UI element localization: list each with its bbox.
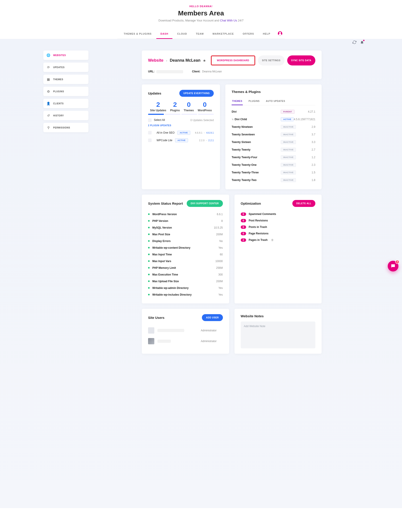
system-status-card: System Status Report DIVI SUPPORT CENTER…: [142, 195, 229, 304]
site-users-title: Site Users: [148, 316, 164, 320]
wordpress-dashboard-button[interactable]: WORDPRESS DASHBOARD: [213, 57, 253, 64]
status-badge: PARENT: [281, 110, 294, 114]
nav-dash[interactable]: DASH: [156, 29, 172, 39]
status-badge: ACTIVE: [175, 138, 188, 142]
status-dot-icon: [148, 240, 150, 242]
add-user-button[interactable]: ADD USER: [202, 314, 223, 321]
status-value: 300: [218, 273, 223, 276]
count-badge: 0: [241, 225, 246, 229]
themes-plugins-card: Themes & Plugins THEMES PLUGINS AUTO UPD…: [225, 84, 322, 189]
chat-link[interactable]: Chat With Us: [220, 19, 237, 22]
nav-help[interactable]: HELP: [259, 29, 274, 38]
tab-auto-updates[interactable]: AUTO UPDATES: [265, 98, 285, 105]
theme-row: Divi Child ACTIVE 4.5.6.1597771821: [232, 115, 315, 123]
theme-name: Twenty Twenty-Three: [232, 171, 281, 174]
theme-row: Twenty Sixteen INACTIVE 3.3: [232, 138, 315, 146]
nav-offers[interactable]: OFFERS: [239, 29, 258, 38]
theme-version: 1.8: [312, 178, 315, 182]
theme-row: Divi PARENT 4.27.1: [232, 108, 315, 115]
sync-site-data-button[interactable]: SYNC SITE DATA: [287, 55, 315, 65]
theme-version: 2.7: [312, 148, 315, 151]
status-badge: INACTIVE: [281, 125, 296, 129]
chat-fab[interactable]: 3: [388, 261, 398, 272]
client-label: Client:: [192, 70, 200, 73]
website-notes-input[interactable]: Add Website Note: [241, 322, 316, 348]
optimization-title: Optimization: [241, 202, 261, 205]
updates-card: Updates UPDATE EVERYTHING 2Site Updates …: [142, 84, 220, 189]
themes-plugins-title: Themes & Plugins: [232, 90, 315, 94]
status-badge: ACTIVE: [281, 117, 294, 121]
nav-team[interactable]: TEAM: [192, 29, 208, 38]
status-badge: INACTIVE: [281, 163, 296, 167]
plugin-update-row: All in One SEO ACTIVE 4.6.8.1 → 4.6.9.1: [148, 129, 214, 137]
update-everything-button[interactable]: UPDATE EVERYTHING: [179, 90, 214, 97]
user-avatar: [148, 327, 154, 334]
optimization-label: Pages in Trash: [249, 238, 268, 241]
website-notes-card: Website Notes Add Website Note: [234, 309, 322, 354]
status-value: 10000: [215, 260, 223, 263]
status-badge: INACTIVE: [281, 148, 296, 152]
status-badge: ACTIVE: [177, 131, 190, 135]
status-row: Writable wp-admin Directory Yes: [148, 285, 223, 291]
optimization-row: 2 Pages in Trash 🗑: [241, 237, 316, 243]
theme-version: 4.27.1: [308, 110, 315, 113]
status-name: Display Errors: [152, 240, 219, 243]
site-settings-button[interactable]: SITE SETTINGS: [258, 55, 284, 65]
divi-support-center-button[interactable]: DIVI SUPPORT CENTER: [187, 200, 223, 207]
status-name: PHP Version: [152, 219, 221, 222]
status-dot-icon: [148, 247, 150, 248]
breadcrumb-root[interactable]: Website: [148, 58, 163, 63]
user-avatar-icon[interactable]: [278, 31, 282, 36]
highlight-box: WORDPRESS DASHBOARD: [211, 55, 255, 65]
tab-plugins[interactable]: PLUGINS: [248, 98, 260, 105]
theme-version: 2.9: [312, 125, 315, 128]
main-nav: THEMES & PLUGINS DASH CLOUD TEAM MARKETP…: [118, 29, 284, 39]
optimization-card: Optimization DELETE ALL 0 Spammed Commen…: [234, 195, 322, 304]
status-row: Max Post Size 200M: [148, 231, 223, 238]
select-all-label: Select All: [154, 118, 165, 121]
status-name: Max Upload File Size: [152, 280, 216, 283]
select-all-checkbox[interactable]: [148, 118, 152, 122]
theme-row: Twenty Twenty-Two INACTIVE 1.8: [232, 176, 315, 184]
url-label: URL:: [148, 70, 155, 73]
status-row: MySQL Version 10.5.25: [148, 224, 223, 231]
count-badge: 0: [241, 212, 246, 216]
nav-themes-plugins[interactable]: THEMES & PLUGINS: [120, 29, 156, 38]
hello-user: HELLO DEANNA!: [0, 5, 402, 8]
tab-themes[interactable]: THEMES: [232, 98, 243, 105]
status-badge: INACTIVE: [281, 155, 296, 159]
nav-marketplace[interactable]: MARKETPLACE: [209, 29, 238, 38]
stat-wordpress-num: 0: [198, 101, 212, 108]
user-row: Administrator: [148, 336, 223, 347]
trash-icon[interactable]: 🗑: [271, 238, 274, 241]
plugin-checkbox[interactable]: [148, 139, 152, 142]
plugin-updates-heading: 2 PLUGIN UPDATES: [148, 124, 214, 127]
theme-row: Twenty Seventeen INACTIVE 3.7: [232, 131, 315, 138]
updates-title: Updates: [148, 91, 161, 95]
optimization-row: 0 Post Revisions: [241, 217, 316, 224]
theme-version: 3.7: [312, 133, 315, 136]
theme-version: 2.3: [312, 163, 315, 166]
status-value: 10.5.25: [214, 226, 223, 229]
status-value: Yes: [218, 246, 223, 249]
optimization-label: Posts in Trash: [249, 225, 267, 228]
optimization-label: Page Revisions: [249, 232, 269, 235]
nav-cloud[interactable]: CLOUD: [173, 29, 191, 38]
optimization-row: 0 Page Revisions: [241, 230, 316, 237]
stat-site-updates-num: 2: [150, 101, 166, 108]
status-row: Max Input Vars 10000: [148, 258, 223, 265]
status-value: Yes: [218, 293, 223, 296]
theme-row: Twenty Twenty-Four INACTIVE 1.2: [232, 153, 315, 161]
page-title: Members Area: [0, 9, 402, 17]
optimization-row: 0 Spammed Comments: [241, 211, 316, 217]
bell-icon[interactable]: [360, 40, 364, 44]
status-badge: INACTIVE: [281, 140, 296, 144]
status-dot-icon: [148, 274, 150, 275]
theme-row: Twenty Nineteen INACTIVE 2.9: [232, 123, 315, 131]
status-name: MySQL Version: [152, 226, 214, 229]
status-row: Display Errors No: [148, 238, 223, 244]
star-icon[interactable]: ★: [203, 59, 206, 62]
delete-all-button[interactable]: DELETE ALL: [292, 200, 315, 207]
status-row: Max Input Time 60: [148, 251, 223, 258]
plugin-checkbox[interactable]: [148, 131, 152, 134]
